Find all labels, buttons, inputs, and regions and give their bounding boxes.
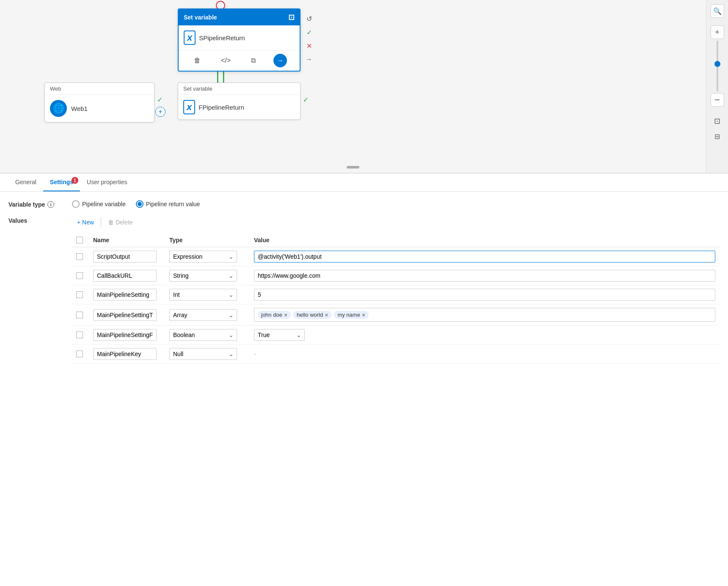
- table-row: ExpressionStringIntArrayBooleanNull: [72, 285, 720, 304]
- th-name: Name: [89, 233, 165, 247]
- table-row: ExpressionStringIntArrayBooleanNull: [72, 247, 720, 266]
- cross-icon[interactable]: ✕: [303, 40, 315, 52]
- node-body-active: x SPipelineReturn: [179, 25, 300, 50]
- row-3-name-input[interactable]: [93, 309, 157, 321]
- tag-item: hello world ×: [293, 311, 331, 319]
- row-5-type-wrapper: ExpressionStringIntArrayBooleanNull: [169, 348, 237, 360]
- web-node[interactable]: Web 🌐 Web1 ✓ ✕: [44, 83, 154, 122]
- success-indicator: ✓: [157, 96, 163, 104]
- row-name-cell: [89, 345, 165, 364]
- row-0-value-input[interactable]: [254, 251, 715, 263]
- web-node-name: Web1: [71, 105, 88, 112]
- radio-pipeline-return[interactable]: Pipeline return value: [136, 200, 200, 208]
- row-4-type-select[interactable]: ExpressionStringIntArrayBooleanNull: [169, 329, 237, 341]
- row-value-cell: john doe ×hello world ×my name ×: [250, 304, 720, 326]
- row-1-type-select[interactable]: ExpressionStringIntArrayBooleanNull: [169, 270, 237, 282]
- row-0-checkbox[interactable]: [76, 253, 83, 260]
- set-variable-inactive-node[interactable]: Set variable x FPipelineReturn ✓: [178, 83, 301, 120]
- row-value-cell: [250, 285, 720, 304]
- row-3-checkbox[interactable]: [76, 312, 83, 318]
- radio-circle-selected: [136, 200, 143, 208]
- code-button[interactable]: </>: [218, 55, 233, 66]
- row-2-value-input[interactable]: [254, 289, 715, 301]
- delete-table-button[interactable]: 🗑 Delete: [103, 216, 138, 228]
- node-header-icon: ⊡: [288, 13, 295, 22]
- go-button[interactable]: →: [273, 54, 287, 67]
- row-2-name-input[interactable]: [93, 289, 157, 301]
- row-4-type-wrapper: ExpressionStringIntArrayBooleanNull: [169, 329, 237, 341]
- pipeline-canvas: Set variable ⊡ x SPipelineReturn 🗑 </> ⧉…: [0, 0, 728, 174]
- next-icon[interactable]: →: [303, 53, 315, 65]
- row-4-checkbox[interactable]: [76, 332, 83, 338]
- variable-icon: x: [184, 30, 196, 45]
- tag-remove[interactable]: ×: [362, 312, 365, 318]
- th-value: Value: [250, 233, 720, 247]
- th-check: [72, 233, 89, 247]
- search-button[interactable]: 🔍: [711, 4, 724, 18]
- row-5-checkbox[interactable]: [76, 351, 83, 357]
- row-type-cell: ExpressionStringIntArrayBooleanNull: [165, 285, 250, 304]
- row-value-cell: TrueFalse: [250, 326, 720, 345]
- row-0-name-input[interactable]: [93, 251, 157, 263]
- values-table: Name Type Value ExpressionStringInt: [72, 233, 720, 364]
- mini-map-button[interactable]: ⊟: [711, 130, 724, 143]
- row-5-type-select[interactable]: ExpressionStringIntArrayBooleanNull: [169, 348, 237, 360]
- values-row: Values + New 🗑 Delete: [8, 216, 720, 364]
- collapse-handle[interactable]: [347, 166, 359, 169]
- undo-icon[interactable]: ↺: [303, 13, 315, 25]
- header-checkbox[interactable]: [76, 237, 83, 243]
- row-checkbox-cell: [72, 304, 89, 326]
- row-name-cell: [89, 326, 165, 345]
- zoom-in-button[interactable]: +: [711, 25, 724, 39]
- row-0-type-wrapper: ExpressionStringIntArrayBooleanNull: [169, 251, 237, 263]
- row-type-cell: ExpressionStringIntArrayBooleanNull: [165, 266, 250, 285]
- variable-icon-inactive: x: [183, 100, 195, 114]
- row-0-type-select[interactable]: ExpressionStringIntArrayBooleanNull: [169, 251, 237, 263]
- row-type-cell: ExpressionStringIntArrayBooleanNull: [165, 304, 250, 326]
- table-row: ExpressionStringIntArrayBooleanNulljohn …: [72, 304, 720, 326]
- delete-button[interactable]: 🗑: [191, 55, 203, 66]
- tag-remove[interactable]: ×: [284, 312, 287, 318]
- zoom-out-button[interactable]: −: [711, 93, 724, 107]
- zoom-slider[interactable]: [715, 41, 720, 91]
- fit-view-button[interactable]: ⊡: [711, 114, 724, 128]
- check-icon[interactable]: ✓: [303, 26, 315, 38]
- web-header-label: Web: [50, 86, 61, 92]
- copy-button[interactable]: ⧉: [248, 55, 258, 66]
- tab-general[interactable]: General: [8, 174, 43, 191]
- table-row: ExpressionStringIntArrayBooleanNull-: [72, 345, 720, 364]
- new-button[interactable]: + New: [72, 216, 99, 228]
- connector-plus-button[interactable]: +: [155, 107, 165, 117]
- row-value-cell: [250, 266, 720, 285]
- row-name-cell: [89, 285, 165, 304]
- radio-pipeline-variable[interactable]: Pipeline variable: [72, 200, 126, 208]
- row-2-type-select[interactable]: ExpressionStringIntArrayBooleanNull: [169, 289, 237, 301]
- row-4-bool-wrapper: TrueFalse: [254, 329, 305, 341]
- row-1-value-input[interactable]: [254, 270, 715, 282]
- row-4-bool-select[interactable]: TrueFalse: [254, 329, 305, 341]
- tag-remove[interactable]: ×: [325, 312, 328, 318]
- node-name-active: SPipelineReturn: [199, 34, 245, 41]
- web-icon: 🌐: [50, 100, 67, 117]
- toolbar-divider: [101, 217, 101, 227]
- inactive-check: ✓: [303, 96, 309, 104]
- radio-group: Pipeline variable Pipeline return value: [72, 200, 200, 208]
- values-toolbar: + New 🗑 Delete: [72, 216, 720, 228]
- settings-badge: 1: [72, 177, 78, 184]
- row-checkbox-cell: [72, 247, 89, 266]
- row-3-tag-container[interactable]: john doe ×hello world ×my name ×: [254, 308, 715, 322]
- row-2-checkbox[interactable]: [76, 291, 83, 298]
- row-1-name-input[interactable]: [93, 270, 157, 282]
- row-5-dash-value: -: [254, 351, 256, 357]
- row-name-cell: [89, 266, 165, 285]
- row-5-name-input[interactable]: [93, 348, 157, 360]
- set-variable-active-node[interactable]: Set variable ⊡ x SPipelineReturn 🗑 </> ⧉…: [178, 8, 301, 72]
- zoom-thumb[interactable]: [714, 61, 720, 67]
- info-icon[interactable]: i: [47, 201, 54, 208]
- row-4-name-input[interactable]: [93, 329, 157, 341]
- radio-circle-unselected: [72, 200, 80, 208]
- row-1-checkbox[interactable]: [76, 272, 83, 279]
- tab-settings[interactable]: Settings 1: [43, 174, 80, 191]
- row-3-type-select[interactable]: ExpressionStringIntArrayBooleanNull: [169, 309, 237, 321]
- tab-user-properties[interactable]: User properties: [80, 174, 134, 191]
